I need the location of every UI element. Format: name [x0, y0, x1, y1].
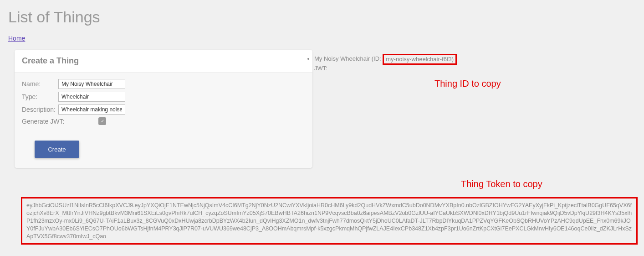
type-input[interactable]: [58, 92, 125, 102]
jwt-token-value: eyJhbGciOiJSUzI1NiIsInR5cCI6IkpXVCJ9.eyJ…: [21, 197, 638, 245]
name-input[interactable]: [58, 79, 125, 89]
annotation-thing-id: Thing ID to copy: [434, 78, 501, 89]
label-name: Name:: [22, 80, 58, 88]
thing-list-item: My Noisy Wheelchair (ID: my-noisy-wheelc…: [314, 53, 457, 73]
check-icon: ✓: [101, 119, 104, 124]
label-type: Type:: [22, 93, 58, 100]
generate-jwt-checkbox[interactable]: ✓: [98, 117, 106, 125]
label-generate-jwt: Generate JWT:: [22, 118, 98, 125]
thing-id-prefix: (ID:: [370, 55, 383, 62]
create-thing-card: Create a Thing Name: Type: Description: …: [15, 50, 312, 168]
card-header: Create a Thing: [15, 50, 312, 73]
thing-id-value: my-noisy-wheelchair-f6f3): [383, 54, 457, 65]
breadcrumb-home-link[interactable]: Home: [8, 35, 25, 42]
create-button[interactable]: Create: [35, 141, 79, 158]
breadcrumb: Home: [8, 34, 636, 42]
annotation-thing-token: Thing Token to copy: [461, 179, 542, 189]
things-list: My Noisy Wheelchair (ID: my-noisy-wheelc…: [314, 53, 457, 73]
description-input[interactable]: [58, 104, 125, 115]
page-title: List of Things: [8, 8, 636, 26]
thing-name: My Noisy Wheelchair: [314, 55, 370, 62]
thing-jwt-label: JWT:: [314, 65, 327, 72]
label-description: Description:: [22, 106, 58, 113]
